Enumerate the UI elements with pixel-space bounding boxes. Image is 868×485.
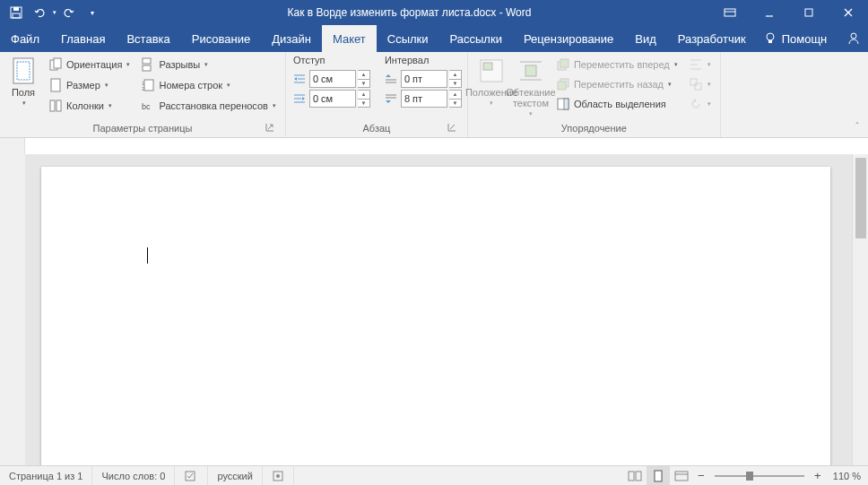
maximize-icon[interactable]: [789, 0, 829, 25]
svg-rect-37: [525, 65, 536, 76]
close-icon[interactable]: [829, 0, 868, 25]
tell-me[interactable]: Помощн: [757, 25, 835, 52]
indent-right-up[interactable]: ▲: [358, 91, 369, 100]
svg-point-11: [851, 33, 856, 39]
tab-layout[interactable]: Макет: [322, 25, 377, 52]
arrange-group-label: Упорядочение: [473, 121, 715, 135]
macro-icon[interactable]: [263, 466, 294, 485]
breaks-label: Разрывы: [159, 59, 200, 70]
size-button[interactable]: Размер▾: [45, 75, 134, 95]
spacing-after-input[interactable]: 8 пт: [401, 90, 447, 108]
svg-rect-50: [695, 83, 701, 90]
read-mode-icon[interactable]: [623, 466, 647, 486]
send-backward-button: Переместить назад▾: [552, 74, 681, 94]
svg-text:bc: bc: [142, 102, 151, 111]
spacing-before-input[interactable]: 0 пт: [401, 70, 447, 88]
collapse-ribbon-icon[interactable]: ˆ: [850, 119, 864, 134]
tab-file[interactable]: Файл: [0, 25, 50, 52]
spacing-before-down[interactable]: ▼: [449, 80, 461, 88]
position-button[interactable]: Положение ▾: [473, 55, 509, 121]
web-layout-icon[interactable]: [670, 466, 693, 486]
spell-check-icon[interactable]: [175, 466, 208, 485]
zoom-thumb[interactable]: [746, 472, 753, 481]
tab-draw[interactable]: Рисование: [181, 25, 261, 52]
wrap-icon: [516, 56, 545, 85]
zoom-out-button[interactable]: −: [693, 469, 709, 482]
tab-design[interactable]: Дизайн: [261, 25, 322, 52]
svg-rect-43: [558, 82, 566, 90]
svg-rect-49: [690, 79, 697, 85]
svg-point-53: [276, 474, 280, 478]
page-count[interactable]: Страница 1 из 1: [0, 466, 92, 485]
svg-rect-6: [805, 9, 812, 16]
language[interactable]: русский: [208, 466, 262, 485]
ribbon-tabs: Файл Главная Вставка Рисование Дизайн Ма…: [0, 25, 868, 52]
indent-right-input[interactable]: 0 см: [309, 90, 356, 108]
spacing-after-down[interactable]: ▼: [449, 100, 461, 108]
zoom-in-button[interactable]: +: [810, 469, 826, 482]
spacing-before-up[interactable]: ▲: [449, 71, 461, 80]
group-button: ▾: [685, 74, 715, 94]
tab-developer[interactable]: Разработчик: [667, 25, 757, 52]
save-icon[interactable]: [5, 2, 27, 23]
margins-button[interactable]: Поля ▾: [5, 55, 41, 121]
share-button[interactable]: [839, 25, 868, 52]
selection-pane-button[interactable]: Область выделения: [552, 94, 681, 114]
scroll-thumb[interactable]: [855, 158, 866, 238]
page-viewport[interactable]: [25, 154, 852, 465]
ruler-vertical[interactable]: [0, 154, 25, 465]
indent-left-up[interactable]: ▲: [358, 71, 369, 80]
ruler-horizontal[interactable]: [0, 138, 868, 154]
tab-insert[interactable]: Вставка: [116, 25, 180, 52]
text-cursor: [147, 247, 148, 264]
orientation-button[interactable]: Ориентация▾: [45, 55, 134, 74]
svg-rect-56: [655, 471, 662, 481]
vertical-scrollbar[interactable]: [852, 154, 868, 465]
indent-left-icon: [291, 71, 308, 87]
svg-rect-19: [143, 58, 151, 64]
hyphenation-button[interactable]: bc Расстановка переносов▾: [137, 96, 279, 116]
bring-forward-icon: [556, 57, 570, 72]
align-button: ▾: [685, 55, 715, 74]
svg-rect-3: [725, 9, 735, 16]
hyphenation-label: Расстановка переносов: [159, 100, 267, 111]
columns-button[interactable]: Колонки▾: [45, 96, 134, 116]
indent-right-down[interactable]: ▼: [358, 100, 369, 108]
group-arrange: Положение ▾ Обтекание текстом ▾ Перемест…: [468, 52, 721, 137]
wrap-button[interactable]: Обтекание текстом ▾: [513, 55, 549, 121]
breaks-icon: [141, 57, 155, 72]
qat-customize-icon[interactable]: ▾: [82, 2, 103, 23]
indent-left-input[interactable]: 0 см: [309, 70, 356, 88]
spacing-after-icon: [383, 91, 399, 107]
tab-view[interactable]: Вид: [624, 25, 667, 52]
minimize-icon[interactable]: [750, 0, 789, 25]
paragraph-launcher-icon[interactable]: [447, 123, 460, 135]
line-numbers-icon: 12: [141, 78, 155, 92]
redo-icon[interactable]: [58, 2, 80, 23]
position-icon: [477, 56, 506, 85]
zoom-value[interactable]: 110 %: [826, 471, 868, 481]
document-page[interactable]: [41, 167, 830, 465]
document-area: [0, 154, 868, 465]
page-setup-launcher-icon[interactable]: [265, 123, 278, 135]
svg-rect-20: [143, 65, 151, 71]
zoom-slider[interactable]: [715, 466, 804, 486]
svg-rect-54: [629, 472, 634, 481]
word-count[interactable]: Число слов: 0: [92, 466, 175, 485]
tab-mailings[interactable]: Рассылки: [439, 25, 513, 52]
spacing-after-up[interactable]: ▲: [449, 91, 461, 100]
undo-icon[interactable]: [29, 2, 50, 23]
columns-icon: [48, 99, 63, 113]
undo-dropdown-icon[interactable]: ▾: [53, 9, 56, 16]
tab-references[interactable]: Ссылки: [377, 25, 439, 52]
tab-review[interactable]: Рецензирование: [513, 25, 624, 52]
ribbon-display-icon[interactable]: [710, 0, 750, 25]
svg-rect-16: [51, 79, 60, 91]
breaks-button[interactable]: Разрывы▾: [137, 55, 279, 74]
selection-pane-label: Область выделения: [574, 99, 666, 109]
line-numbers-button[interactable]: 12 Номера строк▾: [137, 75, 279, 95]
print-layout-icon[interactable]: [647, 466, 670, 486]
indent-left-down[interactable]: ▼: [358, 80, 369, 88]
tab-home[interactable]: Главная: [50, 25, 116, 52]
svg-rect-57: [675, 472, 688, 481]
